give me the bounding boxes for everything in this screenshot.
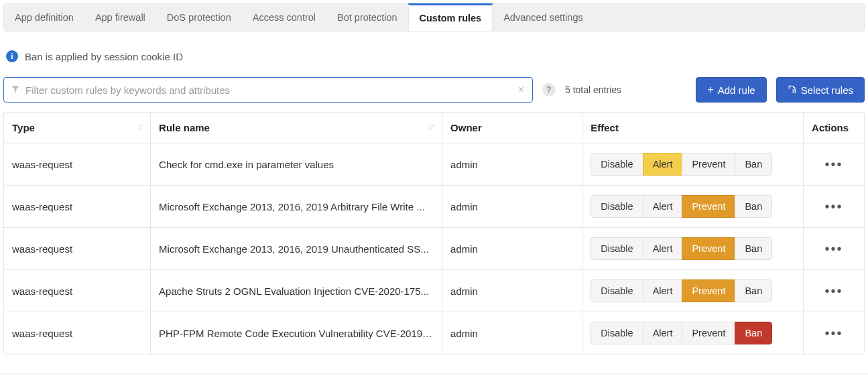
filter-icon — [11, 84, 20, 96]
effect-ban-button[interactable]: Ban — [735, 195, 772, 218]
effect-ban-button[interactable]: Ban — [735, 322, 772, 344]
table-row: waas-requestPHP-FPM Remote Code Executio… — [4, 312, 864, 354]
effect-prevent-button[interactable]: Prevent — [682, 153, 735, 176]
effect-disable-button[interactable]: Disable — [591, 195, 643, 218]
add-rule-button[interactable]: + Add rule — [696, 77, 766, 103]
cell-actions: ••• — [804, 228, 864, 270]
tab-dos-protection[interactable]: DoS protection — [156, 4, 242, 31]
clear-search-icon[interactable]: × — [517, 84, 525, 96]
tab-app-firewall[interactable]: App firewall — [84, 4, 156, 31]
effect-prevent-button[interactable]: Prevent — [682, 279, 735, 302]
effect-prevent-button[interactable]: Prevent — [682, 237, 735, 260]
select-icon — [788, 84, 797, 96]
toolbar: × ? 5 total entries + Add rule Select ru… — [3, 77, 865, 103]
info-message: Ban is applied by session cookie ID — [25, 51, 183, 62]
more-actions-icon[interactable]: ••• — [812, 326, 856, 341]
footer-bar: Cancel Save — [0, 373, 868, 382]
select-rules-button[interactable]: Select rules — [776, 77, 865, 103]
col-header-owner[interactable]: Owner — [442, 113, 582, 143]
effect-disable-button[interactable]: Disable — [591, 237, 643, 260]
effect-prevent-button[interactable]: Prevent — [682, 195, 735, 218]
sort-icon: ↓↑ — [137, 122, 142, 131]
cell-owner: admin — [442, 270, 582, 312]
effect-disable-button[interactable]: Disable — [591, 322, 643, 344]
cell-effect: DisableAlertPreventBan — [582, 270, 804, 312]
effect-ban-button[interactable]: Ban — [735, 153, 772, 176]
effect-prevent-button[interactable]: Prevent — [682, 322, 735, 344]
cell-type: waas-request — [4, 143, 151, 186]
table-row: waas-requestMicrosoft Exchange 2013, 201… — [4, 228, 864, 270]
cell-rule-name: PHP-FPM Remote Code Execution Vulnerabil… — [151, 312, 442, 354]
more-actions-icon[interactable]: ••• — [812, 157, 856, 172]
search-input[interactable] — [25, 84, 517, 96]
cell-actions: ••• — [804, 312, 864, 354]
col-header-type[interactable]: Type ↓↑ — [4, 113, 151, 143]
cell-owner: admin — [442, 186, 582, 228]
cell-actions: ••• — [804, 270, 864, 312]
tabs-bar: App definitionApp firewallDoS protection… — [3, 3, 865, 31]
search-box[interactable]: × — [3, 77, 533, 103]
cell-type: waas-request — [4, 270, 151, 312]
help-icon[interactable]: ? — [542, 83, 556, 97]
info-bar: i Ban is applied by session cookie ID — [3, 44, 865, 77]
more-actions-icon[interactable]: ••• — [812, 241, 856, 257]
cell-effect: DisableAlertPreventBan — [582, 312, 804, 354]
rules-table: Type ↓↑ Rule name ↓↑ Owner Effect Action… — [3, 112, 865, 355]
col-header-rule-name[interactable]: Rule name ↓↑ — [151, 113, 442, 143]
effect-disable-button[interactable]: Disable — [591, 279, 643, 302]
table-row: waas-requestApache Struts 2 OGNL Evaluat… — [4, 270, 864, 312]
cell-owner: admin — [442, 143, 582, 186]
effect-ban-button[interactable]: Ban — [735, 279, 772, 302]
effect-alert-button[interactable]: Alert — [643, 237, 683, 260]
cell-rule-name: Microsoft Exchange 2013, 2016, 2019 Arbi… — [151, 186, 442, 228]
table-row: waas-requestMicrosoft Exchange 2013, 201… — [4, 186, 864, 228]
cell-actions: ••• — [804, 143, 864, 186]
effect-ban-button[interactable]: Ban — [735, 237, 772, 260]
cell-actions: ••• — [804, 186, 864, 228]
cell-owner: admin — [442, 312, 582, 354]
cell-effect: DisableAlertPreventBan — [582, 228, 804, 270]
plus-icon: + — [707, 84, 713, 95]
cell-rule-name: Microsoft Exchange 2013, 2016, 2019 Unau… — [151, 228, 442, 270]
more-actions-icon[interactable]: ••• — [812, 199, 856, 214]
tab-custom-rules[interactable]: Custom rules — [408, 3, 493, 31]
cell-rule-name: Check for cmd.exe in parameter values — [151, 143, 442, 186]
table-row: waas-requestCheck for cmd.exe in paramet… — [4, 143, 864, 186]
effect-alert-button[interactable]: Alert — [643, 279, 683, 302]
tab-access-control[interactable]: Access control — [242, 4, 326, 31]
col-header-actions: Actions — [804, 113, 864, 143]
info-icon: i — [6, 50, 18, 62]
tab-bot-protection[interactable]: Bot protection — [326, 4, 408, 31]
cell-type: waas-request — [4, 228, 151, 270]
effect-disable-button[interactable]: Disable — [591, 153, 643, 176]
col-header-effect: Effect — [582, 113, 804, 143]
cell-type: waas-request — [4, 312, 151, 354]
tab-app-definition[interactable]: App definition — [4, 4, 84, 31]
effect-alert-button[interactable]: Alert — [643, 322, 683, 344]
sort-icon: ↓↑ — [428, 122, 434, 131]
total-entries: 5 total entries — [565, 84, 621, 95]
effect-alert-button[interactable]: Alert — [643, 195, 683, 218]
cell-owner: admin — [442, 228, 582, 270]
cell-type: waas-request — [4, 186, 151, 228]
effect-alert-button[interactable]: Alert — [643, 153, 683, 176]
cell-effect: DisableAlertPreventBan — [582, 186, 804, 228]
tab-advanced-settings[interactable]: Advanced settings — [493, 4, 594, 31]
cell-effect: DisableAlertPreventBan — [582, 143, 804, 186]
cell-rule-name: Apache Struts 2 OGNL Evaluation Injectio… — [151, 270, 442, 312]
more-actions-icon[interactable]: ••• — [812, 283, 856, 299]
